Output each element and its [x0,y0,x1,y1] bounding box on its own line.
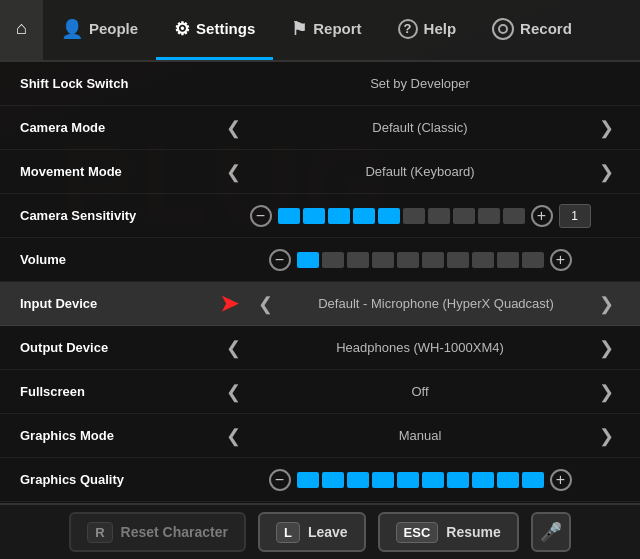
resume-label: Resume [446,524,500,540]
slider-seg-6 [447,252,469,268]
resume-key-badge: ESC [396,522,439,543]
nav-people-label: People [89,20,138,37]
slider-seg-4 [397,472,419,488]
setting-control-output-device: ❮Headphones (WH-1000XM4)❯ [220,337,620,359]
slider-minus-camera-sensitivity[interactable]: − [250,205,272,227]
people-icon: 👤 [61,18,83,40]
arrow-left-fullscreen[interactable]: ❮ [220,381,247,403]
slider-seg-1 [322,252,344,268]
setting-row-graphics-quality[interactable]: Graphics Quality−+ [0,458,640,502]
slider-seg-4 [378,208,400,224]
arrow-left-graphics-mode[interactable]: ❮ [220,425,247,447]
setting-row-volume[interactable]: Volume−+ [0,238,640,282]
setting-row-movement-mode[interactable]: Movement Mode❮Default (Keyboard)❯ [0,150,640,194]
slider-segments-volume [297,252,544,268]
setting-control-shift-lock-switch: Set by Developer [220,76,620,91]
setting-row-graphics-mode[interactable]: Graphics Mode❮Manual❯ [0,414,640,458]
leave-button[interactable]: L Leave [258,512,366,552]
setting-value-graphics-mode: Manual [255,428,585,443]
nav-home[interactable]: ⌂ [0,0,43,60]
setting-label-movement-mode: Movement Mode [20,164,220,179]
setting-label-output-device: Output Device [20,340,220,355]
setting-control-camera-mode: ❮Default (Classic)❯ [220,117,620,139]
slider-plus-camera-sensitivity[interactable]: + [531,205,553,227]
arrow-right-graphics-mode[interactable]: ❯ [593,425,620,447]
setting-value-output-device: Headphones (WH-1000XM4) [255,340,585,355]
slider-minus-graphics-quality[interactable]: − [269,469,291,491]
record-icon [492,18,514,40]
help-icon: ? [398,19,418,39]
leave-key-badge: L [276,522,300,543]
setting-row-input-device[interactable]: Input Device➤❮Default - Microphone (Hype… [0,282,640,326]
slider-minus-volume[interactable]: − [269,249,291,271]
setting-label-shift-lock-switch: Shift Lock Switch [20,76,220,91]
slider-seg-0 [278,208,300,224]
slider-seg-3 [372,252,394,268]
setting-row-fullscreen[interactable]: Fullscreen❮Off❯ [0,370,640,414]
nav-report[interactable]: ⚑ Report [273,0,379,60]
slider-seg-8 [497,252,519,268]
slider-seg-5 [422,252,444,268]
slider-value-camera-sensitivity: 1 [559,204,591,228]
reset-character-button[interactable]: R Reset Character [69,512,246,552]
slider-seg-0 [297,252,319,268]
slider-seg-3 [372,472,394,488]
setting-row-shift-lock-switch[interactable]: Shift Lock SwitchSet by Developer [0,62,640,106]
nav-record-label: Record [520,20,572,37]
setting-value-input-device: Default - Microphone (HyperX Quadcast) [287,296,585,311]
slider-seg-9 [503,208,525,224]
resume-button[interactable]: ESC Resume [378,512,519,552]
slider-plus-volume[interactable]: + [550,249,572,271]
mic-button[interactable]: 🎤 [531,512,571,552]
slider-seg-8 [478,208,500,224]
setting-control-movement-mode: ❮Default (Keyboard)❯ [220,161,620,183]
arrow-left-input-device[interactable]: ❮ [252,293,279,315]
setting-control-camera-sensitivity: −+1 [220,204,620,228]
bottom-bar: R Reset Character L Leave ESC Resume 🎤 [0,503,640,559]
setting-label-volume: Volume [20,252,220,267]
home-icon: ⌂ [16,18,27,39]
slider-seg-6 [447,472,469,488]
slider-seg-2 [328,208,350,224]
setting-value-movement-mode: Default (Keyboard) [255,164,585,179]
setting-label-graphics-mode: Graphics Mode [20,428,220,443]
setting-value-camera-mode: Default (Classic) [255,120,585,135]
slider-seg-6 [428,208,450,224]
arrow-left-movement-mode[interactable]: ❮ [220,161,247,183]
slider-seg-0 [297,472,319,488]
setting-row-camera-mode[interactable]: Camera Mode❮Default (Classic)❯ [0,106,640,150]
arrow-left-camera-mode[interactable]: ❮ [220,117,247,139]
red-arrow-indicator: ➤ [220,291,238,317]
arrow-left-output-device[interactable]: ❮ [220,337,247,359]
report-icon: ⚑ [291,18,307,40]
slider-seg-7 [472,252,494,268]
settings-list: Shift Lock SwitchSet by DeveloperCamera … [0,62,640,503]
nav-report-label: Report [313,20,361,37]
arrow-right-camera-mode[interactable]: ❯ [593,117,620,139]
main-container: ⌂ 👤 People ⚙ Settings ⚑ Report ? Help Re… [0,0,640,559]
arrow-right-movement-mode[interactable]: ❯ [593,161,620,183]
nav-people[interactable]: 👤 People [43,0,156,60]
slider-segments-camera-sensitivity [278,208,525,224]
setting-label-graphics-quality: Graphics Quality [20,472,220,487]
slider-plus-graphics-quality[interactable]: + [550,469,572,491]
setting-row-camera-sensitivity[interactable]: Camera Sensitivity−+1 [0,194,640,238]
arrow-right-input-device[interactable]: ❯ [593,293,620,315]
nav-record[interactable]: Record [474,0,590,60]
setting-value-shift-lock-switch: Set by Developer [370,76,470,91]
reset-key-badge: R [87,522,112,543]
nav-settings[interactable]: ⚙ Settings [156,0,273,60]
slider-seg-5 [403,208,425,224]
setting-row-output-device[interactable]: Output Device❮Headphones (WH-1000XM4)❯ [0,326,640,370]
arrow-right-output-device[interactable]: ❯ [593,337,620,359]
mic-icon: 🎤 [540,521,562,543]
arrow-right-fullscreen[interactable]: ❯ [593,381,620,403]
setting-label-input-device: Input Device [20,296,220,311]
setting-label-fullscreen: Fullscreen [20,384,220,399]
slider-seg-5 [422,472,444,488]
navbar: ⌂ 👤 People ⚙ Settings ⚑ Report ? Help Re… [0,0,640,62]
nav-help[interactable]: ? Help [380,0,475,60]
slider-seg-1 [303,208,325,224]
setting-control-input-device: ➤❮Default - Microphone (HyperX Quadcast)… [220,291,620,317]
setting-control-graphics-mode: ❮Manual❯ [220,425,620,447]
